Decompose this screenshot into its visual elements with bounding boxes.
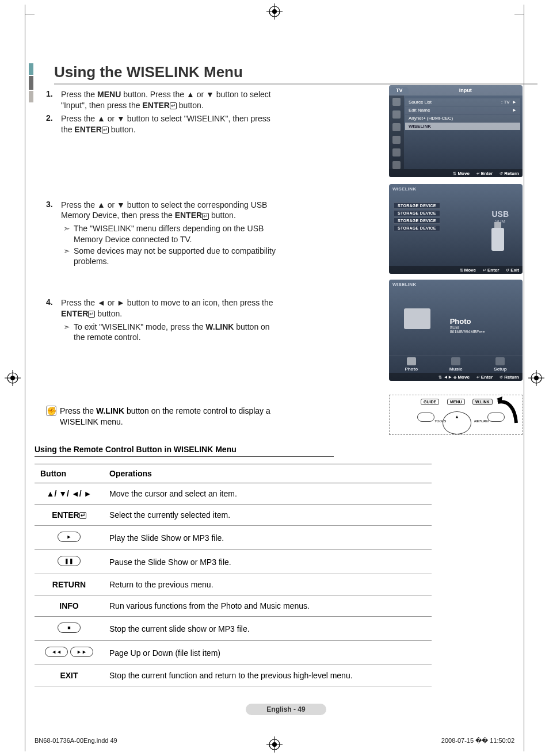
sidebar-icon	[392, 148, 401, 156]
osd1-title: Input	[409, 87, 523, 93]
osd2-footer: Move Enter Exit	[389, 266, 523, 274]
setup-icon	[495, 357, 505, 365]
footer-timestamp: 2008-07-15 �� 11:50:02	[441, 737, 514, 744]
osd2-usb-label: USB	[491, 209, 509, 219]
osd3-tab-photo: Photo	[405, 357, 418, 372]
sidebar-icon	[392, 123, 401, 131]
osd3-tab-music: Music	[449, 357, 463, 372]
sidebar-icon	[392, 98, 401, 106]
sidebar-icon	[392, 136, 401, 144]
osd1-body: Source List : TV ► Edit Name► Anynet+ (H…	[405, 98, 520, 168]
arrow-indicator-icon	[497, 396, 520, 431]
osd1-row-wiselink: WISELINK	[405, 123, 520, 130]
print-footer: BN68-01736A-00Eng.indd 49 2008-07-15 �� …	[35, 737, 514, 744]
osd1-sidebar	[389, 96, 404, 169]
osd3-footer: ◄► Move Enter Return	[389, 373, 523, 381]
storage-item: STORAGE DEVICE	[394, 217, 440, 224]
osd3-photo-title: Photo	[450, 317, 485, 326]
remote-return-label: RETURN	[474, 419, 489, 423]
rewind-icon: ◄◄	[45, 647, 68, 657]
osd3-photo-sub2: 861MB/994MBFree	[450, 330, 485, 334]
osd1-footer: Move Enter Return	[389, 169, 523, 177]
remote-wlink-button: W.LINK	[472, 399, 493, 405]
music-icon	[451, 357, 460, 365]
play-icon: ►	[58, 532, 81, 542]
remote-guide-button: GUIDE	[421, 399, 439, 405]
registration-mark-right	[528, 370, 544, 386]
osd1-row-source: Source List : TV ►	[405, 98, 520, 106]
storage-item: STORAGE DEVICE	[394, 203, 440, 209]
usb-stick-icon	[491, 228, 504, 251]
pause-icon: ❚❚	[58, 556, 81, 566]
registration-mark-left	[5, 370, 21, 386]
sidebar-icon	[392, 110, 401, 119]
photo-icon	[407, 357, 416, 365]
osd3-brand: WISELINK	[392, 282, 417, 287]
osd3-tab-setup: Setup	[494, 357, 506, 372]
svg-point-7	[10, 376, 15, 380]
section-accent-bar	[29, 63, 33, 104]
osd1-row-anynet: Anynet+ (HDMI-CEC)	[405, 114, 520, 122]
footer-filename: BN68-01736A-00Eng.indd 49	[35, 737, 117, 744]
sidebar-icon	[392, 161, 401, 169]
osd1-row-edit: Edit Name►	[405, 106, 520, 114]
osd3-photo-sub1: SUM	[450, 326, 485, 330]
osd-input-menu: TV Input Source List : TV ► Edit Name► A…	[389, 85, 523, 177]
remote-menu-button: MENU	[447, 399, 465, 405]
ffwd-icon: ►►	[70, 647, 93, 657]
photo-thumb-icon	[404, 308, 430, 329]
osd1-tab: TV	[390, 87, 409, 94]
remote-diagram: GUIDE MENU W.LINK TOOLS RETURN ▲	[389, 395, 523, 435]
osd2-storage-list: STORAGE DEVICE STORAGE DEVICE STORAGE DE…	[394, 203, 440, 232]
storage-item: STORAGE DEVICE	[394, 225, 440, 231]
osd3-tabs: Photo Music Setup	[389, 356, 523, 373]
stop-icon: ■	[58, 623, 81, 633]
osd-storage-select: WISELINK STORAGE DEVICE STORAGE DEVICE S…	[389, 184, 523, 274]
storage-item: STORAGE DEVICE	[394, 210, 440, 216]
remote-up-icon: ▲	[455, 414, 459, 419]
osd3-body: Photo SUM 861MB/994MBFree	[389, 290, 523, 360]
remote-dpad: ▲	[443, 411, 471, 434]
remote-pill-left	[417, 413, 434, 422]
svg-point-11	[534, 376, 539, 380]
osd2-brand: WISELINK	[392, 186, 417, 192]
osd-photo-menu: WISELINK Photo SUM 861MB/994MBFree Photo…	[389, 280, 523, 381]
